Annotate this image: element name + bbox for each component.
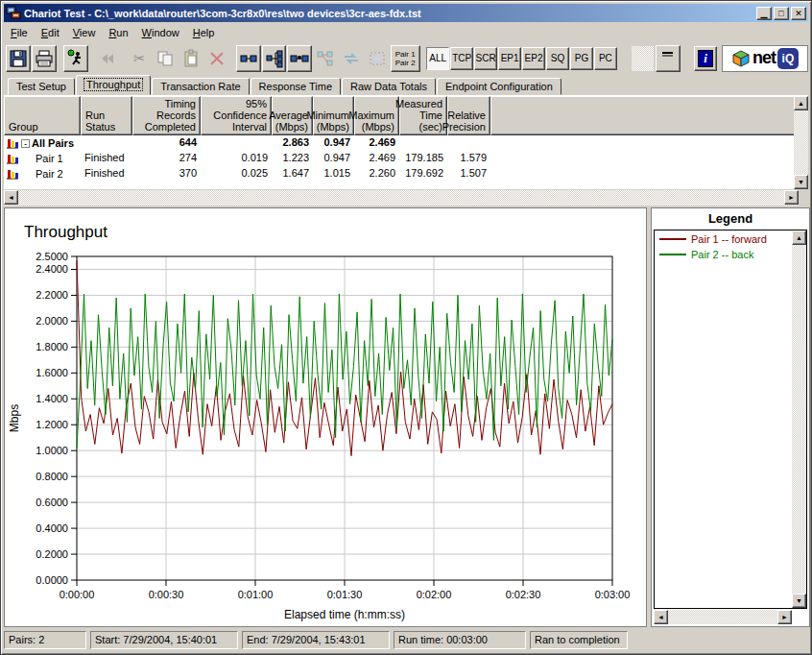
menu-edit[interactable]: Edit [35, 25, 66, 40]
copy-button [153, 45, 178, 72]
table-filler [4, 182, 799, 189]
minimize-button[interactable]: ▁ [756, 7, 772, 20]
close-button[interactable]: ✕ [791, 7, 806, 20]
menu-run[interactable]: Run [102, 25, 134, 40]
svg-text:0:01:30: 0:01:30 [327, 589, 363, 600]
tab-raw-data-totals[interactable]: Raw Data Totals [342, 78, 436, 95]
paste-button [179, 45, 203, 72]
tab-transaction-rate[interactable]: Transaction Rate [152, 78, 249, 95]
legend-entry-pair2[interactable]: Pair 2 -- back [655, 247, 791, 262]
view-pg-button[interactable]: PG [570, 47, 593, 70]
table-row-all-pairs[interactable]: - All Pairs 644 2.863 0.947 2.469 [4, 135, 799, 151]
minimum-cell: 0.947 [313, 151, 354, 166]
average-cell: 1.223 [272, 151, 313, 166]
svg-text:0.0000: 0.0000 [36, 574, 68, 586]
replicate-pair-button [313, 45, 338, 72]
chart-panel: 0.00000.20000.40000.60000.80001.00001.20… [4, 207, 647, 627]
save-button[interactable] [6, 45, 31, 72]
view-tcp-button[interactable]: TCP [450, 47, 473, 70]
scroll-left-icon[interactable]: ◄ [654, 610, 668, 624]
add-voip-pair-button[interactable] [287, 45, 312, 72]
run-test-button[interactable] [63, 45, 88, 72]
table-row-pair2[interactable]: Pair 2 Finished 370 0.025 1.647 1.015 2.… [4, 166, 799, 182]
scroll-down-icon[interactable]: ▼ [794, 175, 808, 189]
window-title: Chariot Test - C:\_work\data\router\3com… [24, 8, 756, 19]
menu-help[interactable]: Help [186, 25, 222, 40]
svg-text:0:00:30: 0:00:30 [149, 589, 184, 600]
print-button[interactable] [32, 45, 57, 72]
col-confidence[interactable]: 95% Confidence Interval [201, 96, 272, 135]
menu-view[interactable]: View [66, 25, 103, 40]
run-status-cell: Finished [81, 151, 132, 166]
table-horizontal-scrollbar[interactable]: ◄ ► [4, 190, 799, 206]
scroll-down-icon[interactable]: ▼ [792, 594, 806, 608]
maximum-cell: 2.469 [354, 151, 399, 166]
svg-text:0.4000: 0.4000 [36, 522, 68, 534]
legend-horizontal-scrollbar[interactable]: ◄ ► [654, 610, 792, 624]
view-all-button[interactable]: ALL [426, 47, 449, 70]
col-relative-precision[interactable]: Relative Precision [447, 96, 490, 135]
svg-text:0:01:00: 0:01:00 [238, 589, 274, 600]
col-timing-records[interactable]: Timing Records Completed [132, 96, 201, 135]
tab-throughput[interactable]: Throughput [76, 75, 151, 95]
scissors-icon: ✂ [133, 50, 146, 67]
table-vertical-scrollbar[interactable]: ▲ ▼ [794, 96, 808, 189]
view-scr-button[interactable]: SCR [474, 47, 497, 70]
tab-response-time[interactable]: Response Time [251, 78, 341, 95]
tab-endpoint-configuration[interactable]: Endpoint Configuration [437, 78, 561, 95]
tab-test-setup[interactable]: Test Setup [8, 78, 75, 95]
group-name: Pair 2 [36, 168, 63, 180]
pair-filter-line2: Pair 2 [395, 59, 416, 67]
col-maximum[interactable]: Maximum (Mbps) [354, 96, 399, 135]
status-bar: Pairs: 2 Start: 7/29/2004, 15:40:01 End:… [4, 628, 808, 651]
precision-cell: 1.507 [447, 166, 490, 182]
collapse-toggle[interactable]: - [21, 139, 30, 148]
svg-text:Mbps: Mbps [8, 404, 21, 432]
svg-text:0.8000: 0.8000 [36, 471, 68, 482]
view-ep1-button[interactable]: EP1 [498, 47, 521, 70]
scroll-left-icon[interactable]: ◄ [4, 190, 18, 205]
title-bar: Chariot Test - C:\_work\data\router\3com… [4, 4, 808, 22]
svg-text:1.8000: 1.8000 [36, 341, 68, 352]
add-group-button[interactable] [262, 45, 287, 72]
scroll-up-icon[interactable]: ▲ [794, 96, 808, 110]
bar-chart-icon [6, 137, 19, 149]
pair-filter-button[interactable]: Pair 1 Pair 2 [391, 45, 420, 72]
status-end-time: End: 7/29/2004, 15:43:01 [242, 631, 390, 649]
scroll-right-icon[interactable]: ► [777, 610, 792, 624]
run-status-cell: Finished [81, 166, 132, 182]
view-ep2-button[interactable]: EP2 [522, 47, 545, 70]
average-cell: 2.863 [272, 135, 313, 151]
col-measured-time[interactable]: Measured Time (sec) [399, 96, 447, 135]
col-run-status[interactable]: Run Status [81, 96, 132, 135]
cut-button: ✂ [127, 45, 152, 72]
status-run-time: Run time: 00:03:00 [394, 631, 526, 649]
view-pc-button[interactable]: PC [594, 47, 617, 70]
menu-window[interactable]: Window [135, 25, 186, 40]
scroll-up-icon[interactable]: ▲ [792, 230, 806, 245]
status-pairs: Pairs: 2 [4, 631, 86, 649]
add-pair-button[interactable] [236, 45, 261, 72]
col-group[interactable]: Group [4, 96, 81, 135]
netiq-net-text: net [752, 48, 776, 68]
help-button[interactable]: i [694, 46, 717, 71]
scroll-right-icon[interactable]: ► [784, 190, 799, 205]
menu-file[interactable]: File [4, 25, 35, 40]
maximize-button[interactable]: □ [774, 7, 789, 20]
swap-arrows-icon [342, 49, 361, 68]
timing-records-cell: 644 [132, 135, 201, 151]
measured-time-cell [399, 135, 447, 151]
pair-filter-line1: Pair 1 [395, 50, 416, 59]
table-row-pair1[interactable]: Pair 1 Finished 274 0.019 1.223 0.947 2.… [4, 151, 799, 166]
pair1-line-swatch [659, 238, 686, 240]
run-person-icon [66, 49, 85, 68]
netiq-cube-icon [731, 49, 751, 68]
multicast-icon [316, 49, 335, 68]
legend-entry-label: Pair 1 -- forward [691, 233, 767, 245]
group-name: Pair 1 [36, 153, 63, 164]
legend-vertical-scrollbar[interactable]: ▲ ▼ [792, 230, 806, 608]
legend-entry-pair1[interactable]: Pair 1 -- forward [655, 231, 791, 247]
notes-button[interactable] [656, 45, 681, 72]
view-sq-button[interactable]: SQ [546, 47, 569, 70]
average-cell: 1.647 [272, 166, 313, 182]
